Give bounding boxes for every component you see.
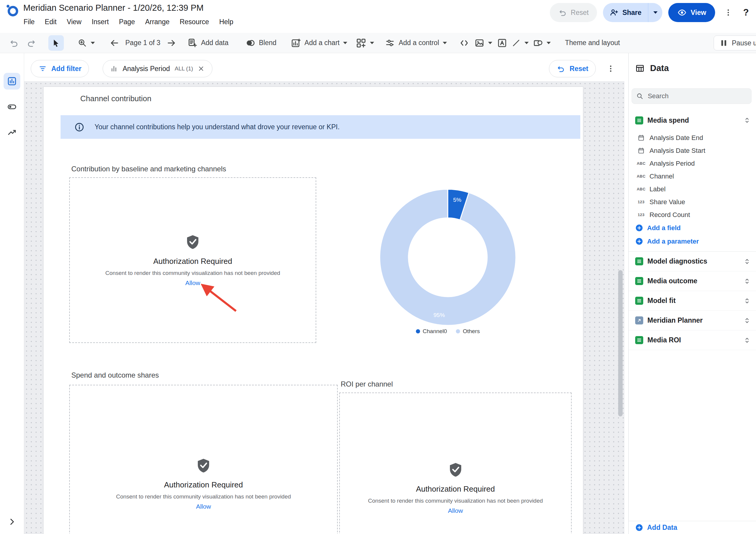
unfold-icon[interactable] bbox=[743, 257, 751, 266]
undo-button[interactable] bbox=[9, 38, 19, 48]
legend-item-others[interactable]: Others bbox=[456, 328, 480, 335]
theme-and-layout-button[interactable]: Theme and layout bbox=[565, 39, 620, 47]
data-source-model-diagnostics[interactable]: Model diagnostics bbox=[629, 252, 756, 271]
data-source-label: Media ROI bbox=[647, 336, 681, 344]
field-analysis-date-end[interactable]: Analysis Date End bbox=[629, 131, 756, 144]
data-source-media-spend[interactable]: Media spend bbox=[629, 112, 756, 128]
vertical-scrollbar[interactable] bbox=[618, 270, 623, 416]
share-button[interactable]: Share bbox=[603, 3, 662, 22]
add-data-footer-button[interactable]: Add Data bbox=[629, 521, 756, 534]
line-tool-button[interactable] bbox=[511, 38, 529, 48]
field-channel[interactable]: ABC Channel bbox=[629, 170, 756, 183]
embed-code-button[interactable] bbox=[459, 38, 470, 48]
close-icon[interactable] bbox=[197, 65, 205, 72]
search-box[interactable] bbox=[632, 88, 751, 104]
add-parameter-label: Add a parameter bbox=[647, 238, 699, 245]
eye-icon bbox=[677, 8, 687, 17]
data-source-media-outcome[interactable]: Media outcome bbox=[629, 271, 756, 291]
blend-icon bbox=[245, 38, 256, 48]
menu-resource[interactable]: Resource bbox=[175, 15, 214, 28]
rail-report-charts-button[interactable] bbox=[4, 73, 20, 90]
share-options-dropdown[interactable] bbox=[648, 3, 662, 22]
allow-link[interactable]: Allow bbox=[185, 279, 200, 287]
data-panel-header: Data bbox=[635, 63, 669, 73]
report-page[interactable]: Channel contribution Your channel contri… bbox=[43, 87, 583, 534]
menu-file[interactable]: File bbox=[18, 15, 40, 28]
add-control-button[interactable]: Add a control bbox=[385, 38, 447, 48]
redo-button[interactable] bbox=[26, 38, 37, 48]
rail-trends-button[interactable] bbox=[4, 124, 20, 141]
donut-label-others: 95% bbox=[434, 312, 445, 318]
menu-arrange[interactable]: Arrange bbox=[140, 15, 175, 28]
allow-link[interactable]: Allow bbox=[448, 507, 463, 514]
add-chart-button[interactable]: Add a chart bbox=[291, 38, 348, 48]
menu-help[interactable]: Help bbox=[214, 15, 238, 28]
field-share-value[interactable]: 123 Share Value bbox=[629, 195, 756, 208]
app-header: Meridian Scenario Planner - 1/20/26, 12:… bbox=[0, 0, 756, 33]
add-data-button[interactable]: Add data bbox=[187, 38, 229, 48]
reset-button-header[interactable]: Reset bbox=[550, 3, 597, 22]
reset-filters-button[interactable]: Reset bbox=[549, 60, 596, 77]
data-source-model-fit[interactable]: Model fit bbox=[629, 291, 756, 311]
more-options-button[interactable] bbox=[721, 5, 735, 20]
data-source-meridian-planner[interactable]: Meridian Planner bbox=[629, 311, 756, 330]
allow-link[interactable]: Allow bbox=[196, 503, 211, 510]
shield-icon bbox=[185, 234, 201, 249]
add-data-footer-label: Add Data bbox=[647, 523, 677, 532]
plus-circle-icon bbox=[635, 224, 643, 232]
rail-controls-button[interactable] bbox=[4, 98, 20, 115]
filter-chip-analysis-period[interactable]: Analysis Period ALL (1) bbox=[103, 60, 212, 77]
select-tool-button[interactable] bbox=[48, 35, 64, 51]
field-analysis-period[interactable]: ABC Analysis Period bbox=[629, 157, 756, 170]
data-source-media-roi[interactable]: Media ROI bbox=[629, 330, 756, 350]
unfold-icon[interactable] bbox=[743, 336, 751, 345]
unfold-icon[interactable] bbox=[743, 297, 751, 305]
undo-icon bbox=[9, 38, 19, 48]
unfold-icon[interactable] bbox=[743, 116, 751, 125]
document-title[interactable]: Meridian Scenario Planner - 1/20/26, 12:… bbox=[23, 3, 204, 13]
share-button-main[interactable]: Share bbox=[603, 3, 648, 22]
add-filter-button[interactable]: Add filter bbox=[31, 60, 89, 77]
auth-required-message: Consent to render this community visuali… bbox=[105, 270, 280, 276]
chevron-down-icon bbox=[653, 11, 658, 14]
info-icon bbox=[74, 122, 84, 132]
undo-icon bbox=[558, 8, 567, 17]
view-button[interactable]: View bbox=[668, 3, 715, 22]
data-source-label: Media spend bbox=[647, 116, 689, 125]
data-source-list: Model diagnostics Media outcome Model fi bbox=[629, 252, 756, 350]
image-tool-button[interactable] bbox=[474, 38, 492, 48]
data-source-icon bbox=[635, 116, 643, 125]
filter-bar-more-button[interactable] bbox=[604, 62, 618, 76]
auth-required-title: Authorization Required bbox=[164, 480, 243, 490]
previous-page-button[interactable] bbox=[109, 38, 119, 48]
menu-edit[interactable]: Edit bbox=[40, 15, 62, 28]
add-parameter-button[interactable]: Add a parameter bbox=[629, 235, 756, 248]
pause-updates-button[interactable]: Pause u bbox=[714, 36, 756, 50]
unfold-icon[interactable] bbox=[743, 316, 751, 325]
page-indicator[interactable]: Page 1 of 3 bbox=[125, 39, 160, 47]
next-page-button[interactable] bbox=[167, 38, 176, 48]
shape-tool-button[interactable] bbox=[533, 38, 551, 48]
kebab-menu-icon bbox=[724, 8, 732, 17]
looker-studio-logo-icon[interactable] bbox=[5, 4, 19, 17]
unfold-icon[interactable] bbox=[743, 277, 751, 285]
field-record-count[interactable]: 123 Record Count bbox=[629, 208, 756, 221]
donut-chart[interactable]: 5% 95% bbox=[376, 186, 519, 329]
menu-view[interactable]: View bbox=[62, 15, 87, 28]
text-tool-button[interactable] bbox=[497, 38, 507, 48]
field-analysis-date-start[interactable]: Analysis Date Start bbox=[629, 144, 756, 157]
menu-insert[interactable]: Insert bbox=[87, 15, 114, 28]
search-input[interactable] bbox=[647, 92, 747, 100]
menu-page[interactable]: Page bbox=[114, 15, 140, 28]
add-field-button[interactable]: Add a field bbox=[629, 221, 756, 235]
community-visualizations-button[interactable] bbox=[356, 38, 374, 48]
expand-panel-button[interactable] bbox=[8, 517, 16, 526]
data-panel: Data Media spend bbox=[628, 53, 756, 534]
blend-button[interactable]: Blend bbox=[245, 38, 277, 48]
chevron-right-icon bbox=[8, 517, 16, 526]
zoom-tool-button[interactable] bbox=[78, 38, 95, 48]
help-button[interactable]: ? bbox=[742, 7, 751, 18]
report-canvas[interactable]: Channel contribution Your channel contri… bbox=[24, 81, 624, 534]
legend-item-channel0[interactable]: Channel0 bbox=[416, 328, 447, 335]
field-label[interactable]: ABC Label bbox=[629, 183, 756, 195]
